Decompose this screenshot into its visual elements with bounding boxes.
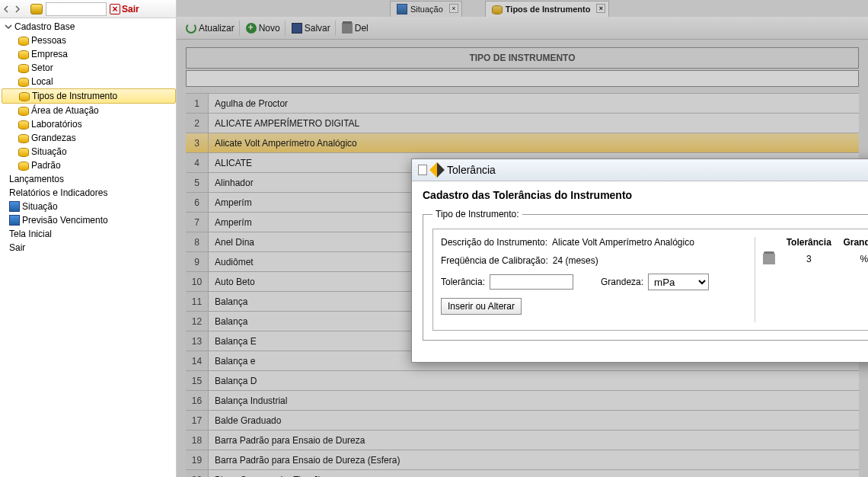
tab-close-icon[interactable]: × (449, 4, 458, 13)
row-number: 8 (186, 232, 209, 251)
db-icon (18, 62, 29, 73)
fieldset-inner: Descrição do Instrumento: Alicate Volt A… (432, 229, 868, 331)
tab-tipos-instrumento[interactable]: Tipos de Instrumento × (485, 1, 610, 17)
tolerancia-input[interactable] (490, 274, 573, 290)
document-icon (418, 165, 427, 175)
row-number: 14 (186, 351, 209, 370)
search-input[interactable] (46, 2, 107, 16)
tree-item-area-atuacao[interactable]: Área de Atuação (2, 104, 176, 117)
logout-button[interactable]: × Sair (110, 4, 139, 14)
dialog-titlebar[interactable]: Tolerância – □ × (412, 159, 868, 181)
frequencia-label: Freqüência de Calibração: (441, 255, 548, 266)
row-text: Bloco Comparador Tipo Jiz (209, 470, 859, 477)
list-row[interactable]: 18Barra Padrão para Ensaio de Dureza (186, 431, 859, 450)
row-number: 6 (186, 193, 209, 212)
chevron-down-icon (5, 23, 12, 30)
dialog-subtitle: Cadastro das Tolerâncias do Instrumento (423, 189, 868, 201)
tab-close-icon[interactable]: × (596, 4, 605, 13)
list-row[interactable]: 17Balde Graduado (186, 411, 859, 431)
col-grandeza: Grandeza (837, 237, 869, 248)
tree-item-tipos-instrumento[interactable]: Tipos de Instrumento (2, 88, 176, 104)
grandeza-select[interactable]: mPa (648, 274, 709, 290)
tree-item-relatorios[interactable]: Relatórios e Indicadores (2, 186, 176, 200)
insert-alter-button[interactable]: Inserir ou Alterar (441, 298, 522, 315)
tree-item-padrao[interactable]: Padrão (2, 158, 176, 172)
tree-label: Situação (31, 146, 67, 157)
db-icon (18, 49, 29, 59)
tree-item-laboratorios[interactable]: Laboratórios (2, 117, 176, 131)
insert-row: Inserir ou Alterar (441, 298, 744, 315)
tree-item-tela-inicial[interactable]: Tela Inicial (2, 227, 176, 241)
main-area: Situação × Tipos de Instrumento × Atuali… (177, 0, 868, 477)
tree-label: Setor (31, 62, 53, 73)
tab-label: Tipos de Instrumento (506, 5, 591, 14)
tree-item-sair[interactable]: Sair (2, 241, 176, 255)
dialog-title-text: Tolerância (447, 164, 496, 176)
chevron-prev-icon[interactable] (3, 5, 11, 13)
close-icon: × (110, 4, 120, 14)
grandeza-label: Grandeza: (601, 277, 643, 287)
tree-item-grandezas[interactable]: Grandezas (2, 131, 176, 145)
tree-item-situacao-2[interactable]: Situação (2, 200, 176, 213)
tree-item-lancamentos[interactable]: Lançamentos (2, 172, 176, 186)
button-label: Del (355, 23, 369, 34)
tree-item-local[interactable]: Local (2, 75, 176, 88)
list-row[interactable]: 2ALICATE AMPERÍMETRO DIGITAL (186, 114, 859, 133)
trash-icon[interactable] (763, 254, 775, 264)
row-text: Barra Padrão para Ensaio de Dureza (Esfe… (209, 450, 859, 469)
save-button[interactable]: Salvar (287, 21, 336, 36)
descricao-value: Alicate Volt Amperímetro Analógico (552, 237, 694, 248)
refresh-button[interactable]: Atualizar (181, 21, 240, 36)
tab-situacao[interactable]: Situação × (390, 1, 462, 17)
descricao-label: Descrição do Instrumento: (441, 237, 547, 248)
tolerancia-row: Tolerância: Grandeza: mPa (441, 274, 744, 290)
tolerancia-table-header: Tolerância Grandeza (763, 237, 868, 248)
row-number: 16 (186, 391, 209, 410)
list-row[interactable]: 20Bloco Comparador Tipo Jiz (186, 470, 859, 477)
chevron-next-icon[interactable] (14, 5, 21, 13)
row-text: Balde Graduado (209, 411, 859, 430)
db-icon (18, 35, 29, 46)
db-icon (18, 146, 29, 157)
tree-label: Previsão Vencimento (22, 215, 108, 226)
tree-root[interactable]: Cadastro Base (2, 20, 176, 34)
row-number: 19 (186, 450, 209, 469)
row-number: 3 (186, 133, 209, 152)
tree-label: Situação (22, 201, 58, 212)
db-icon (18, 119, 29, 130)
button-label: Atualizar (199, 23, 235, 34)
tree-label: Área de Atuação (31, 105, 99, 116)
tree-label: Grandezas (31, 133, 76, 143)
tolerancia-label: Tolerância: (441, 277, 485, 287)
pencil-icon (429, 162, 445, 178)
tree-item-situacao[interactable]: Situação (2, 145, 176, 158)
db-icon (18, 76, 29, 87)
row-text: Alicate Volt Amperímetro Analógico (209, 133, 859, 152)
delete-button[interactable]: Del (337, 21, 373, 36)
db-icon (18, 160, 29, 171)
row-number: 18 (186, 431, 209, 450)
tree-label: Pessoas (31, 35, 66, 46)
nav-tree: Cadastro Base Pessoas Empresa Setor Loca… (0, 18, 176, 261)
tree-item-empresa[interactable]: Empresa (2, 47, 176, 61)
tree-label: Sair (9, 242, 25, 253)
tree-item-pessoas[interactable]: Pessoas (2, 34, 176, 47)
cell-tolerancia: 3 (781, 254, 837, 264)
list-row[interactable]: 3Alicate Volt Amperímetro Analógico (186, 133, 859, 153)
tree-item-setor[interactable]: Setor (2, 61, 176, 75)
grid-filter-row[interactable] (186, 70, 859, 87)
tree-item-previsao[interactable]: Previsão Vencimento (2, 213, 176, 227)
button-label: Novo (259, 23, 280, 34)
list-row[interactable]: 19Barra Padrão para Ensaio de Dureza (Es… (186, 450, 859, 470)
list-row[interactable]: 15Balança D (186, 371, 859, 391)
new-button[interactable]: Novo (241, 21, 286, 36)
db-icon (19, 91, 30, 101)
tab-label: Situação (410, 5, 443, 14)
row-number: 15 (186, 371, 209, 390)
grid-header: TIPO DE INSTRUMENTO (186, 47, 859, 69)
plus-icon (246, 23, 257, 34)
tree-label: Relatórios e Indicadores (9, 187, 107, 198)
list-row[interactable]: 16Balança Industrial (186, 391, 859, 411)
frequencia-row: Freqüência de Calibração: 24 (meses) (441, 255, 744, 266)
list-row[interactable]: 1Agulha de Proctor (186, 94, 859, 114)
